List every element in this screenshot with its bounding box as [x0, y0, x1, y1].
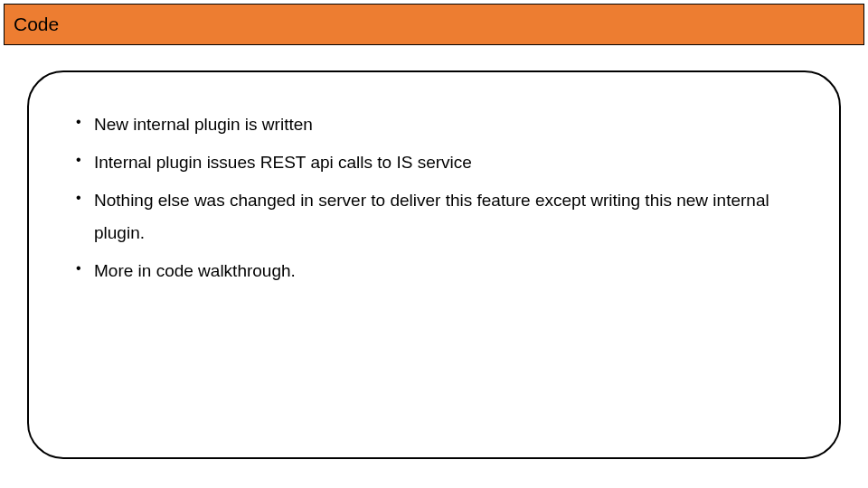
list-item: Nothing else was changed in server to de… — [72, 184, 796, 249]
slide-title: Code — [14, 14, 59, 35]
list-item: More in code walkthrough. — [72, 255, 796, 287]
list-item: New internal plugin is written — [72, 108, 796, 141]
slide: Code New internal plugin is written Inte… — [0, 0, 868, 488]
content-box: New internal plugin is written Internal … — [27, 70, 841, 459]
list-item: Internal plugin issues REST api calls to… — [72, 146, 796, 179]
bullet-list: New internal plugin is written Internal … — [72, 108, 796, 287]
title-bar: Code — [4, 4, 864, 45]
